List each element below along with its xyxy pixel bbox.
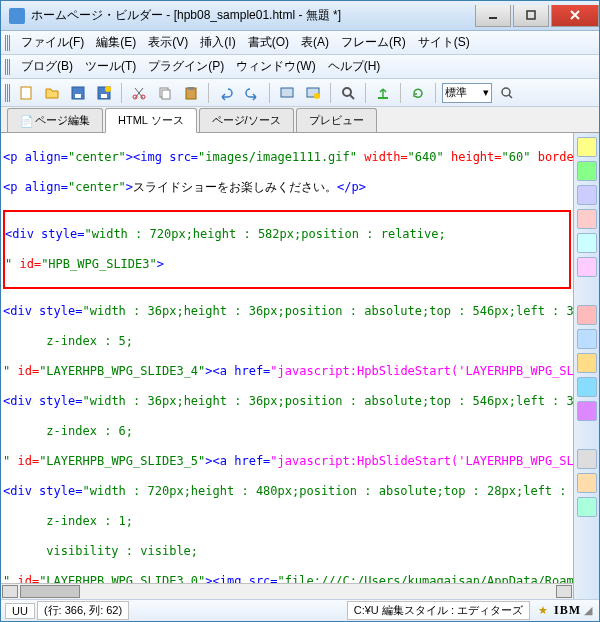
side-btn-11[interactable] (577, 401, 597, 421)
toolbar-grip[interactable] (5, 84, 11, 102)
svg-rect-18 (378, 97, 388, 99)
highlighted-code-block: <div style="width : 720px;height : 582px… (3, 210, 571, 289)
menu-format[interactable]: 書式(O) (242, 31, 295, 54)
menu-plugin[interactable]: プラグイン(P) (142, 55, 230, 78)
search-icon[interactable] (337, 82, 359, 104)
menubar-grip[interactable] (5, 35, 11, 51)
side-btn-10[interactable] (577, 377, 597, 397)
preview2-icon[interactable] (302, 82, 324, 104)
tab-page-source[interactable]: ページ/ソース (199, 108, 294, 132)
upload-icon[interactable] (372, 82, 394, 104)
side-btn-3[interactable] (577, 185, 597, 205)
new-file-icon[interactable] (15, 82, 37, 104)
menu-help[interactable]: ヘルプ(H) (322, 55, 387, 78)
scroll-thumb[interactable] (20, 585, 80, 598)
toolbar-separator (208, 83, 209, 103)
menu-tool[interactable]: ツール(T) (79, 55, 142, 78)
svg-point-16 (314, 93, 320, 99)
side-btn-5[interactable] (577, 233, 597, 253)
svg-rect-6 (101, 94, 107, 98)
side-btn-13[interactable] (577, 473, 597, 493)
html-source-editor[interactable]: <p align="center"><img src="images/image… (1, 133, 573, 583)
zoom-icon[interactable] (496, 82, 518, 104)
toolbar-separator (365, 83, 366, 103)
toolbar-separator (121, 83, 122, 103)
open-folder-icon[interactable] (41, 82, 63, 104)
side-palette (573, 133, 599, 599)
tab-page-edit[interactable]: 📄ページ編集 (7, 108, 103, 132)
app-icon (9, 8, 25, 24)
toolbar-separator (435, 83, 436, 103)
copy-icon[interactable] (154, 82, 176, 104)
maximize-button[interactable] (513, 5, 549, 27)
side-btn-14[interactable] (577, 497, 597, 517)
svg-rect-13 (188, 87, 194, 90)
side-btn-4[interactable] (577, 209, 597, 229)
menu-edit[interactable]: 編集(E) (90, 31, 142, 54)
status-cursor: (行: 366, 列: 62) (37, 601, 129, 620)
svg-rect-0 (489, 17, 497, 19)
tab-html-source[interactable]: HTML ソース (105, 108, 197, 133)
svg-point-19 (502, 88, 510, 96)
status-mode: UU (5, 603, 35, 619)
toolbar: 標準▾ (1, 79, 599, 107)
close-button[interactable] (551, 5, 599, 27)
svg-rect-4 (75, 94, 81, 98)
menu-table[interactable]: 表(A) (295, 31, 335, 54)
svg-rect-1 (527, 11, 535, 19)
side-btn-9[interactable] (577, 353, 597, 373)
side-btn-1[interactable] (577, 137, 597, 157)
toolbar-separator (400, 83, 401, 103)
save-icon[interactable] (67, 82, 89, 104)
menu-blog[interactable]: ブログ(B) (15, 55, 79, 78)
svg-point-7 (105, 86, 111, 92)
menu-window[interactable]: ウィンドウ(W) (230, 55, 321, 78)
zoom-dropdown[interactable]: 標準▾ (442, 83, 492, 103)
menu-file[interactable]: ファイル(F) (15, 31, 90, 54)
side-btn-12[interactable] (577, 449, 597, 469)
horizontal-scrollbar[interactable] (1, 583, 573, 599)
star-icon: ★ (538, 604, 548, 617)
menu-frame[interactable]: フレーム(R) (335, 31, 412, 54)
titlebar[interactable]: ホームページ・ビルダー - [hpb08_sample01.html - 無題 … (1, 1, 599, 31)
tab-label: HTML ソース (118, 114, 184, 126)
ibm-logo: IBM (554, 603, 581, 618)
reload-icon[interactable] (407, 82, 429, 104)
svg-rect-14 (281, 88, 293, 97)
menubar-grip[interactable] (5, 59, 11, 75)
cut-icon[interactable] (128, 82, 150, 104)
minimize-button[interactable] (475, 5, 511, 27)
window-title: ホームページ・ビルダー - [hpb08_sample01.html - 無題 … (31, 7, 475, 24)
tab-label: プレビュー (309, 114, 364, 126)
tab-preview[interactable]: プレビュー (296, 108, 377, 132)
preview-icon[interactable] (276, 82, 298, 104)
status-edit-style: C:¥U 編集スタイル : エディターズ (347, 601, 530, 620)
scroll-right-arrow[interactable] (556, 585, 572, 598)
menu-insert[interactable]: 挿入(I) (194, 31, 241, 54)
paste-icon[interactable] (180, 82, 202, 104)
app-window: ホームページ・ビルダー - [hpb08_sample01.html - 無題 … (0, 0, 600, 622)
scroll-left-arrow[interactable] (2, 585, 18, 598)
redo-icon[interactable] (241, 82, 263, 104)
resize-grip-icon[interactable]: ◢ (581, 604, 595, 617)
menubar-row-1: ファイル(F) 編集(E) 表示(V) 挿入(I) 書式(O) 表(A) フレー… (1, 31, 599, 55)
tab-label: ページ編集 (35, 114, 90, 126)
menu-site[interactable]: サイト(S) (412, 31, 476, 54)
save-as-icon[interactable] (93, 82, 115, 104)
main-area: <p align="center"><img src="images/image… (1, 133, 599, 599)
view-tabs: 📄ページ編集 HTML ソース ページ/ソース プレビュー (1, 107, 599, 133)
tab-label: ページ/ソース (212, 114, 281, 126)
menubar-row-2: ブログ(B) ツール(T) プラグイン(P) ウィンドウ(W) ヘルプ(H) (1, 55, 599, 79)
side-btn-2[interactable] (577, 161, 597, 181)
statusbar: UU (行: 366, 列: 62) C:¥U 編集スタイル : エディターズ … (1, 599, 599, 621)
side-btn-6[interactable] (577, 257, 597, 277)
svg-rect-2 (21, 87, 31, 99)
svg-rect-11 (162, 90, 170, 99)
toolbar-separator (330, 83, 331, 103)
window-controls (475, 5, 599, 27)
undo-icon[interactable] (215, 82, 237, 104)
side-btn-8[interactable] (577, 329, 597, 349)
menu-view[interactable]: 表示(V) (142, 31, 194, 54)
page-edit-icon: 📄 (20, 115, 32, 127)
side-btn-7[interactable] (577, 305, 597, 325)
